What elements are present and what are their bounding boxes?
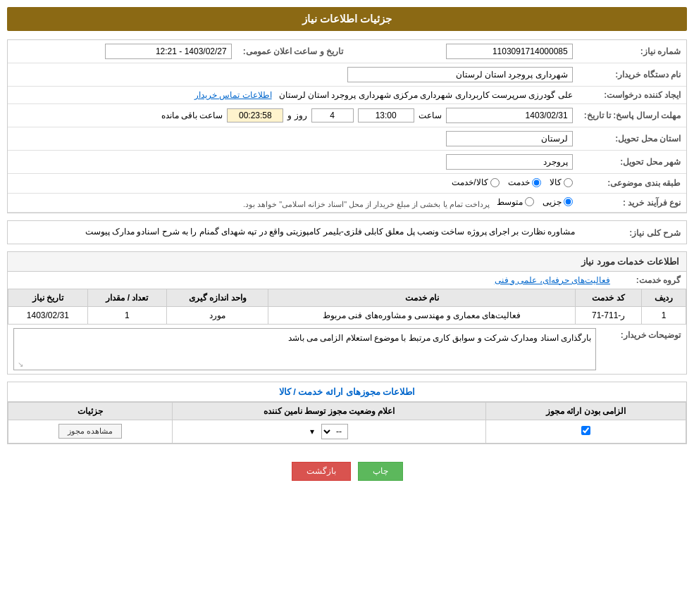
khadamat-title: اطلاعات خدمات مورد نیاز [8, 252, 686, 272]
tosih-input: بارگذاری اسناد ومدارک شرکت و سوابق کاری … [13, 328, 596, 370]
ijad-link[interactable]: اطلاعات تماس خریدار [194, 90, 272, 100]
cell-kod: ر-711-71 [576, 306, 642, 324]
radio-kala-input[interactable] [564, 178, 573, 187]
mohlat-saat-label: ساعت [419, 111, 442, 120]
nam-dastgah-label: نام دستگاه خریدار: [578, 63, 686, 87]
radio-kala-khedmat[interactable]: کالا/خدمت [452, 177, 499, 187]
shomara-input: 1103091714000085 [446, 44, 573, 59]
cell-name: فعالیت‌های معماری و مهندسی و مشاوره‌های … [268, 306, 576, 324]
print-button[interactable]: چاپ [358, 462, 403, 481]
resize-handle: ↘ [15, 360, 23, 369]
elzam-checkbox[interactable] [581, 426, 590, 435]
table-row: 1ر-711-71فعالیت‌های معماری و مهندسی و مش… [8, 306, 686, 324]
radio-motawaset-label: متوسط [497, 197, 523, 207]
services-table: ردیف کد خدمت نام خدمت واحد اندازه گیری ت… [8, 289, 686, 325]
nooe-desc: پرداخت تمام یا بخشی از مبلغ خریدار از مح… [243, 199, 490, 208]
radio-kala-khedmat-label: کالا/خدمت [452, 177, 488, 187]
gorooh-label: گروه خدمت: [616, 272, 686, 289]
main-info-table: شماره نیاز: 1103091714000085 تاریخ و ساع… [8, 40, 686, 213]
col-date: تاریخ نیاز [8, 289, 88, 306]
back-button[interactable]: بازگشت [292, 462, 351, 481]
page-title: جزئیات اطلاعات نیاز [7, 7, 687, 31]
radio-khedmat[interactable]: خدمت [508, 177, 541, 187]
shomara-value: 1103091714000085 [349, 40, 578, 63]
shahr-value: پروجرد [8, 151, 578, 174]
ijad-label: ایجاد کننده درخواست: [578, 87, 686, 104]
shahr-input: پروجرد [446, 154, 573, 170]
ijad-value: علی گودرزی سرپرست کاربرداری شهرداری مرکز… [8, 87, 578, 104]
mohlat-date-input: 1403/02/31 [446, 108, 573, 123]
license-table: الزامی بودن ارائه مجوز اعلام وضعیت مجوز … [8, 402, 686, 444]
gorooh-link[interactable]: فعالیت‌های حرفه‌ای، علمی و فنی [495, 275, 610, 285]
radio-jezyi-label: جزیی [543, 197, 562, 207]
radio-khedmat-label: خدمت [508, 177, 530, 187]
nooe-value: جزیی متوسط پرداخت تمام یا بخشی از مبلغ خ… [8, 193, 578, 213]
footer-buttons: چاپ بازگشت [7, 451, 687, 491]
ostan-value: لرستان [8, 127, 578, 151]
mohlat-value: 1403/02/31 ساعت 13:00 4 روز و 00:23:58 س… [8, 104, 578, 127]
shahr-label: شهر محل تحویل: [578, 151, 686, 174]
col-unit: واحد اندازه گیری [167, 289, 268, 306]
ostan-label: استان محل تحویل: [578, 127, 686, 151]
radio-jezyi-input[interactable] [564, 197, 573, 206]
radio-jezyi[interactable]: جزیی [543, 197, 573, 207]
cell-count: 1 [87, 306, 167, 324]
col-name: نام خدمت [268, 289, 576, 306]
nooe-label: نوع فرآیند خرید : [578, 193, 686, 213]
gorooh-value: فعالیت‌های حرفه‌ای، علمی و فنی [8, 272, 616, 289]
col-joz: جزئیات [8, 402, 173, 420]
sharh-value: مشاوره نظارت بر اجرای پروژه ساخت ونصب پل… [8, 221, 581, 244]
radio-kala-khedmat-input[interactable] [490, 178, 500, 187]
tosih-table: توضیحات خریدار: بارگذاری اسناد ومدارک شر… [8, 325, 686, 374]
mohlat-saat-input: 13:00 [358, 108, 414, 122]
joz-cell: مشاهده مجوز [8, 420, 173, 443]
elzam-cell [486, 420, 686, 443]
gorooh-table: گروه خدمت: فعالیت‌های حرفه‌ای، علمی و فن… [8, 272, 686, 289]
mohlat-label: مهلت ارسال پاسخ: تا تاریخ: [578, 104, 686, 127]
col-radif: ردیف [642, 289, 686, 306]
mohlat-roz-input: 4 [311, 108, 354, 122]
nam-dastgah-input: شهرداری پروجرد استان لرستان [347, 67, 573, 82]
elam-select[interactable]: -- [321, 424, 348, 439]
title-text: جزئیات اطلاعات نیاز [302, 13, 392, 25]
ostan-input: لرستان [446, 131, 573, 146]
shomara-label: شماره نیاز: [578, 40, 686, 63]
cell-unit: مورد [167, 306, 268, 324]
radio-kala-label: کالا [550, 177, 562, 187]
cell-radif: 1 [642, 306, 686, 324]
mohlat-remaining-input: 00:23:58 [227, 108, 283, 122]
elam-cell: -- ▾ [173, 420, 486, 443]
tarikh-input: 1403/02/27 - 12:21 [105, 44, 232, 59]
tosih-value: بارگذاری اسناد ومدارک شرکت و سوابق کاری … [8, 325, 602, 374]
col-count: تعداد / مقدار [87, 289, 167, 306]
radio-motawaset[interactable]: متوسط [497, 197, 534, 207]
radio-motawaset-input[interactable] [525, 197, 534, 206]
radio-khedmat-input[interactable] [532, 178, 541, 187]
sharh-table: شرح کلی نیاز: مشاوره نظارت بر اجرای پروژ… [8, 221, 686, 244]
license-row: -- ▾ مشاهده مجوز [8, 420, 686, 443]
cell-date: 1403/02/31 [8, 306, 88, 324]
tarighe-label: طبقه بندی موضوعی: [578, 174, 686, 194]
tosih-label: توضیحات خریدار: [602, 325, 686, 374]
sharh-label: شرح کلی نیاز: [581, 221, 686, 244]
tarikh-value: 1403/02/27 - 12:21 [8, 40, 237, 63]
mohlat-roz-label: روز و [287, 111, 306, 120]
tarikh-label: تاریخ و ساعت اعلان عمومی: [237, 40, 349, 63]
show-license-button[interactable]: مشاهده مجوز [58, 424, 122, 439]
col-elzam: الزامی بودن ارائه مجوز [486, 402, 686, 420]
ijad-text: علی گودرزی سرپرست کاربرداری شهرداری مرکز… [279, 90, 573, 100]
license-title: اطلاعات مجوزهای ارائه خدمت / کالا [8, 382, 686, 402]
col-elam: اعلام وضعیت مجوز توسط نامین کننده [173, 402, 486, 420]
nam-dastgah-value: شهرداری پروجرد استان لرستان [8, 63, 578, 87]
radio-kala[interactable]: کالا [550, 177, 573, 187]
col-kod: کد خدمت [576, 289, 642, 306]
mohlat-remaining-label: ساعت باقی مانده [161, 111, 223, 120]
tarighe-value: کالا خدمت کالا/خدمت [8, 174, 578, 194]
